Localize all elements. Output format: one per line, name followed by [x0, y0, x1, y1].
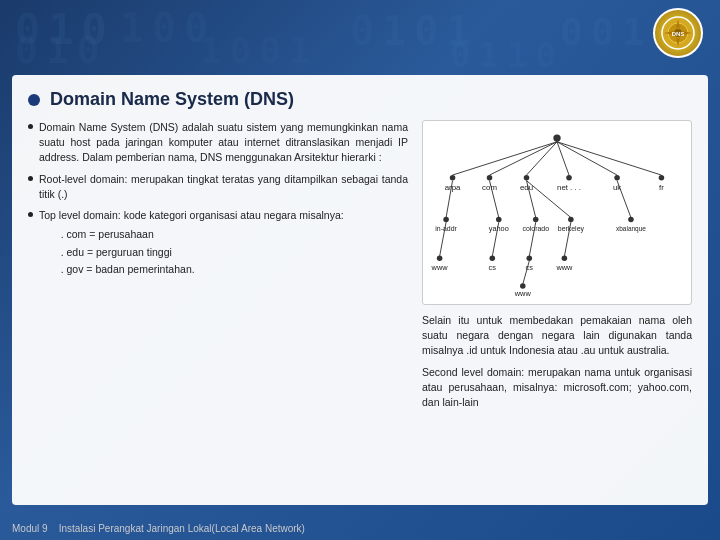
bottom-right-box1: Selain itu untuk membedakan pemakaian na…	[422, 313, 692, 359]
svg-text:www: www	[555, 263, 573, 272]
bottom-left-empty-2	[28, 365, 408, 411]
main-card: Domain Name System (DNS) Domain Name Sys…	[12, 75, 708, 505]
svg-point-17	[566, 175, 572, 181]
indent-item-3: . gov = badan pemerintahan.	[49, 262, 408, 277]
bullet-dot-1	[28, 124, 33, 129]
title-bullet	[28, 94, 40, 106]
footer-label: Instalasi Perangkat Jaringan Lokal(Local…	[59, 523, 305, 534]
logo-area: DNS	[653, 8, 708, 63]
bullet-item-2: Root-level domain: merupakan tingkat ter…	[28, 172, 408, 202]
svg-text:www: www	[431, 263, 449, 272]
svg-text:net . . .: net . . .	[557, 183, 581, 192]
svg-text:DNS: DNS	[672, 31, 685, 37]
main-title: Domain Name System (DNS)	[50, 89, 294, 110]
bottom-sections: Selain itu untuk membedakan pemakaian na…	[28, 313, 692, 359]
left-column: Domain Name System (DNS) adalah suatu si…	[28, 120, 408, 285]
svg-line-6	[490, 142, 557, 175]
svg-text:yahoo: yahoo	[489, 224, 509, 233]
bullet-dot-2	[28, 176, 33, 181]
svg-text:in-addr: in-addr	[435, 225, 457, 232]
svg-point-51	[520, 283, 526, 289]
svg-text:www: www	[514, 289, 532, 298]
bottom-sections-2: Second level domain: merupakan nama untu…	[28, 365, 692, 411]
svg-text:cs: cs	[489, 263, 497, 272]
indent-item-2: . edu = perguruan tinggi	[49, 245, 408, 260]
svg-point-4	[553, 134, 560, 141]
svg-point-19	[614, 175, 620, 181]
svg-text:xbalanque: xbalanque	[616, 225, 646, 233]
svg-point-34	[568, 217, 574, 223]
content-row: Domain Name System (DNS) adalah suatu si…	[28, 120, 692, 305]
svg-point-30	[496, 217, 502, 223]
footer-module: Modul 9	[12, 523, 48, 534]
svg-line-8	[557, 142, 569, 175]
svg-point-21	[659, 175, 665, 181]
bullet-dot-3	[28, 212, 33, 217]
svg-text:colorado: colorado	[522, 225, 549, 232]
indent-item-1: . com = perusahaan	[49, 227, 408, 242]
bullet-item-3: Top level domain: kode kategori organisa…	[28, 208, 408, 279]
svg-text:com: com	[482, 183, 497, 192]
title-row: Domain Name System (DNS)	[28, 89, 692, 110]
bullet-text-2: Root-level domain: merupakan tingkat ter…	[39, 172, 408, 202]
right-box2-text: Second level domain: merupakan nama untu…	[422, 366, 692, 408]
bullet-text-1: Domain Name System (DNS) adalah suatu si…	[39, 120, 408, 166]
svg-point-48	[562, 255, 568, 261]
logo-icon: DNS	[653, 8, 703, 58]
bullet-item-1: Domain Name System (DNS) adalah suatu si…	[28, 120, 408, 166]
right-box1-text: Selain itu untuk membedakan pemakaian na…	[422, 314, 692, 356]
bottom-left-empty	[28, 313, 408, 359]
svg-line-27	[617, 181, 631, 218]
svg-point-36	[628, 217, 634, 223]
svg-point-32	[533, 217, 539, 223]
right-column: arpa com edu net . . . uk fr	[422, 120, 692, 305]
svg-point-28	[443, 217, 449, 223]
svg-line-10	[557, 142, 661, 175]
svg-point-42	[437, 255, 443, 261]
bottom-right-box2: Second level domain: merupakan nama untu…	[422, 365, 692, 411]
svg-text:arpa: arpa	[445, 183, 461, 192]
svg-point-15	[524, 175, 530, 181]
background-text: 010 010 100 1001 0101 0110 001	[0, 0, 720, 80]
footer: Modul 9 Instalasi Perangkat Jaringan Lok…	[12, 523, 305, 534]
bullet-text-3: Top level domain: kode kategori organisa…	[39, 209, 344, 221]
svg-point-13	[487, 175, 493, 181]
indent-list: . com = perusahaan . edu = perguruan tin…	[49, 227, 408, 277]
svg-text:berkeley: berkeley	[558, 225, 585, 233]
svg-point-46	[526, 255, 532, 261]
dns-diagram: arpa com edu net . . . uk fr	[422, 120, 692, 305]
svg-point-44	[490, 255, 496, 261]
svg-text:fr: fr	[659, 183, 664, 192]
svg-point-11	[450, 175, 456, 181]
